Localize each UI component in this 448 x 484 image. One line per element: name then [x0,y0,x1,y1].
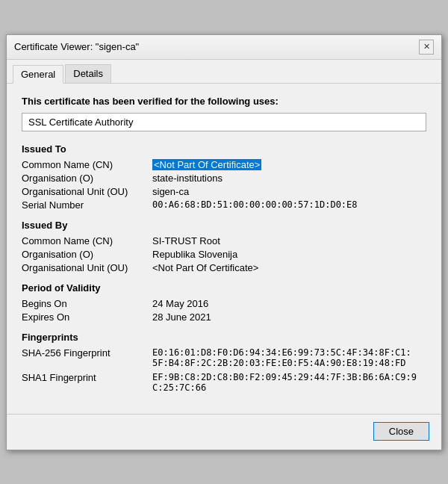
verified-label: This certificate has been verified for t… [22,96,426,107]
issued-to-ou-row: Organisational Unit (OU) sigen-ca [22,186,426,197]
issued-to-cn-label: Common Name (CN) [22,159,152,170]
content-area: This certificate has been verified for t… [7,84,441,414]
window-close-button[interactable]: ✕ [419,40,434,55]
tab-bar: General Details [7,60,441,84]
issued-to-cn-row: Common Name (CN) <Not Part Of Certificat… [22,159,426,170]
dialog-title: Certificate Viewer: "sigen-ca" [14,41,139,52]
begins-on-row: Begins On 24 May 2016 [22,298,426,309]
validity-title: Period of Validity [22,282,426,294]
issued-by-org-row: Organisation (O) Republika Slovenija [22,249,426,260]
expires-on-label: Expires On [22,311,152,323]
issued-by-cn-row: Common Name (CN) SI-TRUST Root [22,235,426,246]
cert-type-box: SSL Certificate Authority [22,113,426,131]
issued-to-serial-value: 00:A6:68:BD:51:00:00:00:00:57:1D:D0:E8 [152,199,358,211]
close-button[interactable]: Close [373,422,429,441]
fingerprints-title: Fingerprints [22,332,426,343]
issued-by-cn-label: Common Name (CN) [22,235,152,246]
expires-on-value: 28 June 2021 [152,311,211,323]
issued-by-org-label: Organisation (O) [22,249,152,260]
issued-to-ou-value: sigen-ca [152,186,189,197]
issued-to-ou-label: Organisational Unit (OU) [22,186,152,197]
issued-by-cn-value: SI-TRUST Root [152,235,220,246]
issued-by-org-value: Republika Slovenija [152,249,237,260]
title-bar: Certificate Viewer: "sigen-ca" ✕ [7,35,441,60]
issued-by-title: Issued By [22,220,426,231]
issued-to-org-value: state-institutions [152,173,223,184]
issued-to-serial-label: Serial Number [22,199,152,211]
issued-by-ou-label: Organisational Unit (OU) [22,262,152,273]
issued-to-section: Issued To Common Name (CN) <Not Part Of … [22,143,426,211]
validity-section: Period of Validity Begins On 24 May 2016… [22,282,426,323]
begins-on-value: 24 May 2016 [152,298,208,309]
sha1-row: SHA1 Fingerprint EF:9B:C8:2D:C8:B0:F2:09… [22,372,426,393]
issued-to-cn-value: <Not Part Of Certificate> [152,159,261,170]
sha256-value: E0:16:01:D8:F0:D6:94:34:E6:99:73:5C:4F:3… [152,347,426,368]
issued-by-ou-row: Organisational Unit (OU) <Not Part Of Ce… [22,262,426,273]
dialog-footer: Close [7,414,441,450]
certificate-dialog: Certificate Viewer: "sigen-ca" ✕ General… [6,34,442,450]
issued-to-serial-row: Serial Number 00:A6:68:BD:51:00:00:00:00… [22,199,426,211]
tab-general[interactable]: General [13,65,63,84]
issued-by-ou-value: <Not Part Of Certificate> [152,262,258,273]
expires-on-row: Expires On 28 June 2021 [22,311,426,323]
sha1-label: SHA1 Fingerprint [22,372,152,393]
begins-on-label: Begins On [22,298,152,309]
issued-to-title: Issued To [22,143,426,155]
fingerprints-section: Fingerprints SHA-256 Fingerprint E0:16:0… [22,332,426,393]
tab-details[interactable]: Details [65,64,111,83]
issued-to-org-label: Organisation (O) [22,173,152,184]
sha1-value: EF:9B:C8:2D:C8:B0:F2:09:45:29:44:7F:3B:B… [152,372,426,393]
issued-to-org-row: Organisation (O) state-institutions [22,173,426,184]
issued-by-section: Issued By Common Name (CN) SI-TRUST Root… [22,220,426,273]
sha256-row: SHA-256 Fingerprint E0:16:01:D8:F0:D6:94… [22,347,426,368]
sha256-label: SHA-256 Fingerprint [22,347,152,368]
